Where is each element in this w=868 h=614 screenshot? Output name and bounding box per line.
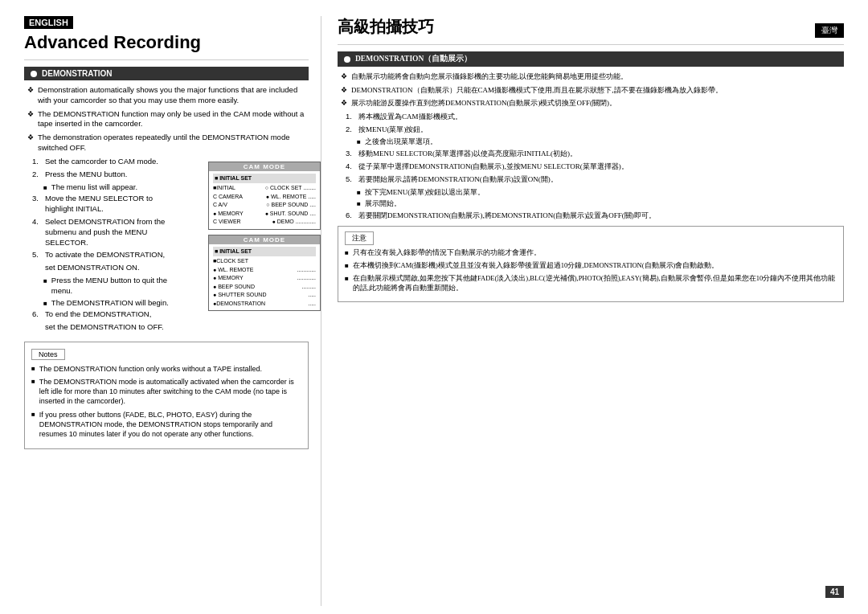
zh-step-6: 6. 若要關閉DEMONSTRATION(自動展示),將DEMONSTRATIO… [346,211,844,221]
page-title: Advanced Recording [24,32,309,53]
cam-mode-boxes: CAM MODE ■ INITIAL SET ■INITIAL○ CLOCK S… [192,157,309,335]
zh-demo-text-2: DEMONSTRATION（自動展示）只能在CAM攝影機模式下使用,而且在屍示狀… [351,85,723,96]
zh-step-1: 1. 將本機設置為CAM攝影機模式。 [346,112,844,122]
notes-label: Notes [31,349,65,360]
zh-demo-text-1: 自動展示功能將會自動向您展示攝錄影機的主要功能,以便您能夠簡易地更用提些功能。 [351,72,628,82]
diamond-icon: ❖ [27,110,34,118]
right-column: 高級拍攝技巧 臺灣 DEMONSTRATION（自動展示） ❖ 自動展示功能將會… [321,16,844,606]
zh-note-2: ■ 在本機切換到CAM(攝影機)模式並且並沒有裝入錄影帶後置置超過10分鐘,DE… [345,261,837,271]
zh-page-title: 高級拍攝技巧 [338,16,434,38]
demo-text-1: Demonstration automatically shows you th… [38,85,309,106]
step-6b: set the DEMONSTRATION to OFF. [32,322,180,333]
cam-mode-box-2: CAM MODE ■ INITIAL SET ■CLOCK SET ● WL. … [208,235,321,312]
step-5-sub1: ■ Press the MENU button to quit the menu… [43,276,180,297]
zh-bullet-icon [344,56,350,63]
zh-step-2: 2. 按MENU(菜單)按鈕。 [346,125,844,135]
step-2: 2. Press the MENU button. [32,170,180,180]
section-demonstration: DEMONSTRATION [24,67,309,80]
diamond-icon: ❖ [27,86,34,94]
page-number: 41 [825,586,844,598]
zh-step-5-sub1: ■ 按下完MENU(菜單)按鈕以退出菜單。 [357,187,844,198]
notes-section: Notes ■ The DEMONSTRATION function only … [24,342,309,449]
english-header: ENGLISH [24,16,309,29]
zh-demo-text-3: 展示功能游反覆操作直到您將DEMONSTRATION(自動展示)模式切換至OFF… [351,98,616,108]
step-4: 4. Select DEMONSTRATION from the submenu… [32,217,180,248]
zh-note-3: ■ 在自動展示模式開啟,如果您按下其他鍵FADE(淡入淡出),BLC(逆光補償)… [345,274,837,293]
zh-step-3: 3. 移動MENU SELECTOR(菜單選擇器)以使高亮度顯示INITIAL(… [346,149,844,159]
zh-diamond-icon: ❖ [341,72,347,80]
demo-item-3: ❖ The demonstration operates repeatedly … [24,133,309,154]
left-column: ENGLISH Advanced Recording DEMONSTRATION… [24,16,321,606]
zh-note-1: ■ 只有在沒有裝入錄影帶的情況下自動展示的功能才會運作。 [345,248,837,258]
zh-step-4: 4. 從子菜單中選擇DEMONSTRATION(自動展示),並按MENU SEL… [346,162,844,172]
zh-steps-list: 1. 將本機設置為CAM攝影機模式。 2. 按MENU(菜單)按鈕。 ■ 之後會… [346,112,844,221]
taiwan-badge: 臺灣 [815,23,844,38]
zh-diamond-icon: ❖ [341,86,347,94]
zh-demo-item-2: ❖ DEMONSTRATION（自動展示）只能在CAM攝影機模式下使用,而且在屍… [338,85,844,96]
step-1: 1. Set the camcorder to CAM mode. [32,157,180,167]
diamond-icon: ❖ [27,133,34,141]
steps-list: 1. Set the camcorder to CAM mode. 2. Pre… [32,157,180,333]
demo-item-2: ❖ The DEMONSTRATION function may only be… [24,109,309,130]
zh-step-5: 5. 若要開始展示,請將DEMONSTRATION(自動展示)設置ON(開)。 [346,174,844,185]
zh-step-2-sub: ■ 之後會出現菜單選項。 [357,137,844,147]
bullet-icon [31,71,37,77]
demo-item-1: ❖ Demonstration automatically shows you … [24,85,309,106]
step-2-sub: ■ The menu list will appear. [43,182,180,193]
step-6a: 6. To end the DEMONSTRATION, [32,309,180,320]
note-3: ■ If you press other buttons (FADE, BLC,… [31,410,301,439]
step-5-sub2: ■ The DEMONSTRATION will begin. [43,298,180,309]
cam-mode-box-1: CAM MODE ■ INITIAL SET ■INITIAL○ CLOCK S… [208,162,321,230]
demo-text-2: The DEMONSTRATION function may only be u… [38,109,309,130]
step-5a: 5. To activate the DEMONSTRATION, [32,250,180,260]
zh-demo-item-1: ❖ 自動展示功能將會自動向您展示攝錄影機的主要功能,以便您能夠簡易地更用提些功能… [338,72,844,82]
step-5b: set DEMONSTRATION ON. [32,263,180,273]
zh-notes-label: 注意 [345,231,374,245]
note-1: ■ The DEMONSTRATION function only works … [31,364,301,374]
zh-diamond-icon: ❖ [341,99,347,107]
note-2: ■ The DEMONSTRATION mode is automaticall… [31,377,301,406]
demo-text-3: The demonstration operates repeatedly un… [38,133,309,154]
zh-header: 高級拍攝技巧 臺灣 [338,16,844,38]
step-3: 3. Move the MENU SELECTOR to highlight I… [32,194,180,215]
zh-demo-item-3: ❖ 展示功能游反覆操作直到您將DEMONSTRATION(自動展示)模式切換至O… [338,98,844,108]
zh-notes-section: 注意 ■ 只有在沒有裝入錄影帶的情況下自動展示的功能才會運作。 ■ 在本機切換到… [338,226,844,302]
english-badge: ENGLISH [24,16,73,29]
zh-step-5-sub2: ■ 展示開始。 [357,199,844,209]
zh-section-demonstration: DEMONSTRATION（自動展示） [338,51,844,67]
